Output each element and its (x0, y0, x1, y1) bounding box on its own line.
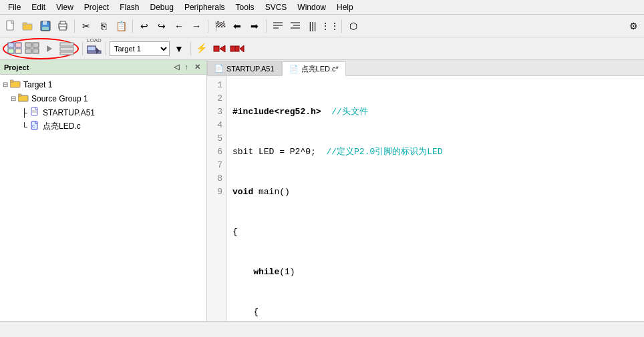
svg-rect-5 (42, 27, 49, 30)
code-text-4: { (232, 226, 238, 239)
menu-debug[interactable]: Debug (145, 1, 179, 13)
tree-item-source-group[interactable]: ⊟ Source Group 1 (0, 91, 206, 105)
svg-rect-40 (31, 107, 37, 115)
startup-file-icon (31, 107, 40, 118)
svg-rect-25 (60, 47, 73, 51)
project-view-btn3[interactable] (59, 41, 75, 57)
arrow-right-btn[interactable] (41, 41, 57, 57)
svg-rect-37 (10, 80, 13, 82)
redo-button[interactable]: ↪ (154, 18, 170, 34)
svg-rect-39 (18, 94, 21, 96)
print-button[interactable] (55, 18, 71, 34)
highlighted-toolbar-group (3, 38, 79, 59)
menu-help[interactable]: Help (331, 1, 359, 13)
svg-marker-35 (240, 45, 244, 52)
save-button[interactable] (37, 18, 53, 34)
project-panel: Project ◁ ↑ ✕ ⊟ Target 1 ⊟ (0, 60, 207, 321)
line-numbers: 1 2 3 4 5 6 7 8 9 (207, 76, 227, 321)
new-file-button[interactable] (3, 18, 19, 34)
svg-rect-16 (8, 49, 14, 53)
prev-bookmark-button[interactable]: ⬅ (229, 18, 245, 34)
svg-rect-33 (230, 46, 234, 51)
line-num-1: 1 (211, 79, 222, 92)
sep8 (190, 42, 191, 55)
forward-button[interactable]: → (188, 18, 204, 34)
sep4 (266, 19, 267, 33)
translate-btn[interactable]: ⚡ (194, 41, 210, 57)
undo-button[interactable]: ↩ (136, 18, 152, 34)
toolbar2: LOAD Target 1 ▼ ⚡ (0, 37, 644, 60)
line-num-6: 6 (211, 145, 222, 159)
comment-1: //头文件 (321, 105, 368, 119)
menu-file[interactable]: File (3, 1, 26, 13)
svg-rect-4 (43, 21, 47, 25)
open-button[interactable] (20, 18, 36, 34)
format-btn1[interactable] (270, 18, 286, 34)
menu-project[interactable]: Project (79, 1, 114, 13)
copy-button[interactable]: ⎘ (96, 18, 112, 34)
bookmark-button[interactable]: 🏁 (212, 18, 228, 34)
menu-svcs[interactable]: SVCS (260, 1, 293, 13)
sep5 (341, 19, 342, 33)
tab-led-c[interactable]: 📄 点亮LED.c* (282, 61, 346, 76)
menu-peripherals[interactable]: Peripherals (179, 1, 230, 13)
tree-startup-label: STARTUP.A51 (43, 108, 95, 117)
config-button[interactable]: ⚙ (625, 18, 641, 34)
format-btn4[interactable]: ⋮⋮ (322, 18, 338, 34)
project-view-btn1[interactable] (7, 41, 23, 57)
tree-item-target[interactable]: ⊟ Target 1 (0, 77, 206, 91)
menu-edit[interactable]: Edit (26, 1, 51, 13)
format-btn2[interactable] (287, 18, 303, 34)
load-label: LOAD (87, 37, 102, 43)
code-text-1: #include<reg52.h> (232, 105, 321, 119)
code-editor[interactable]: 1 2 3 4 5 6 7 8 9 #include<reg52.h> //头文… (207, 76, 644, 321)
svg-rect-20 (25, 49, 31, 53)
tab-led-label: 点亮LED.c* (301, 64, 339, 74)
line-num-9: 9 (211, 186, 222, 199)
project-title: Project (4, 63, 29, 71)
svg-rect-21 (33, 43, 39, 47)
tab-startup[interactable]: 📄 STARTUP.A51 (207, 61, 282, 75)
project-tree: ⊟ Target 1 ⊟ Source Gro (0, 75, 206, 321)
line-num-5: 5 (211, 132, 222, 145)
code-line-2: sbit LED = P2^0; //定义P2.0引脚的标识为LED (232, 145, 639, 159)
build-btn[interactable] (212, 41, 228, 57)
target-options-btn[interactable]: ▼ (171, 41, 187, 57)
expand-group-icon: ⊟ (11, 95, 16, 102)
menu-flash[interactable]: Flash (114, 1, 144, 13)
tree-item-led-c[interactable]: └ C 点亮LED.c (0, 119, 206, 133)
back-button[interactable]: ← (171, 18, 187, 34)
menu-view[interactable]: View (51, 1, 79, 13)
svg-rect-7 (60, 21, 65, 24)
svg-rect-18 (15, 49, 21, 53)
project-view-btn2[interactable] (24, 41, 40, 57)
panel-pin-btn[interactable]: ↑ (183, 63, 191, 71)
tree-item-startup[interactable]: ├ STARTUP.A51 (0, 105, 206, 119)
expand-btn[interactable]: ⬡ (345, 18, 361, 34)
project-panel-header: Project ◁ ↑ ✕ (0, 60, 206, 75)
target-select[interactable]: Target 1 (110, 41, 170, 56)
tree-source-group-label: Source Group 1 (31, 94, 88, 103)
svg-rect-8 (59, 27, 66, 30)
code-line-3: void main() (232, 186, 639, 199)
line-num-3: 3 (211, 105, 222, 119)
cut-button[interactable]: ✂ (78, 18, 94, 34)
svg-rect-24 (60, 43, 73, 46)
load-button[interactable] (86, 43, 102, 59)
svg-rect-17 (15, 43, 21, 47)
code-content[interactable]: #include<reg52.h> //头文件 sbit LED = P2^0;… (227, 76, 644, 321)
menu-window[interactable]: Window (292, 1, 331, 13)
panel-left-btn[interactable]: ◁ (172, 63, 181, 71)
line-num-8: 8 (211, 172, 222, 186)
panel-close-btn[interactable]: ✕ (192, 63, 202, 71)
line-num-2: 2 (211, 92, 222, 105)
target-folder-icon (10, 79, 21, 90)
menu-tools[interactable]: Tools (230, 1, 260, 13)
paste-button[interactable]: 📋 (113, 18, 129, 34)
rebuild-btn[interactable] (229, 41, 245, 57)
project-header-buttons: ◁ ↑ ✕ (172, 63, 203, 71)
code-line-4: { (232, 226, 639, 239)
next-bookmark-button[interactable]: ➡ (247, 18, 263, 34)
format-btn3[interactable]: ||| (305, 18, 321, 34)
file-connector-icon: ├ (21, 108, 28, 117)
